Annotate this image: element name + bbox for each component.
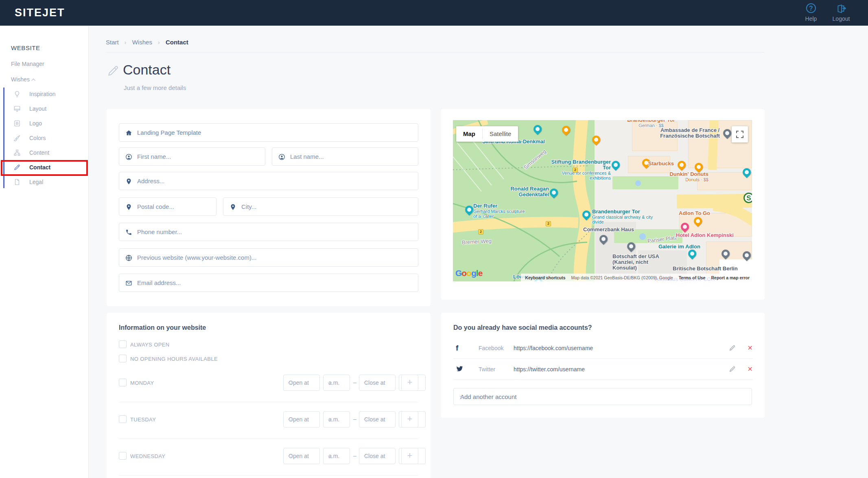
google-logo[interactable]: Google: [455, 268, 482, 278]
map-card: Brandenburger TorGerman · $$ Sinti und R…: [441, 109, 765, 300]
phone-input[interactable]: [137, 223, 415, 241]
city-field[interactable]: [223, 197, 418, 216]
sidebar-item-wishes[interactable]: Wishes: [11, 76, 35, 83]
google-map[interactable]: Brandenburger TorGerman · $$ Sinti und R…: [453, 120, 752, 281]
first-name-input[interactable]: [137, 148, 262, 165]
open-at-select[interactable]: Open at: [283, 411, 320, 428]
logout-label: Logout: [833, 15, 850, 22]
edit-pencil-icon[interactable]: [729, 366, 736, 373]
email-field[interactable]: [119, 274, 418, 292]
sidebar-item-inspiration[interactable]: Inspiration: [0, 87, 89, 101]
always-open-checkbox[interactable]: [119, 340, 127, 348]
add-hours-button[interactable]: +: [401, 411, 418, 428]
map-fountain: [635, 180, 641, 186]
template-field[interactable]: [119, 123, 418, 142]
page-title: Contact: [123, 62, 171, 78]
day-checkbox[interactable]: [119, 415, 127, 423]
top-bar: SITEJET ? Help Logout: [0, 0, 868, 26]
chevron-right-icon: ›: [125, 39, 127, 46]
add-hours-button[interactable]: +: [401, 448, 418, 464]
divider: [119, 439, 418, 439]
add-hours-button[interactable]: +: [401, 375, 418, 391]
map-type-satellite-button[interactable]: Satellite: [483, 126, 518, 142]
no-hours-checkbox[interactable]: [119, 355, 127, 362]
help-button[interactable]: ? Help: [797, 3, 825, 22]
address-field[interactable]: [119, 172, 418, 190]
help-icon: ?: [797, 3, 825, 15]
sbahn-icon[interactable]: S: [743, 193, 752, 203]
terms-of-use-link[interactable]: Terms of Use: [679, 275, 706, 280]
edit-pencil-icon[interactable]: [729, 344, 736, 351]
chevron-up-icon: [31, 79, 35, 83]
phone-icon: [125, 229, 132, 236]
map-type-map-button[interactable]: Map: [456, 126, 482, 142]
sidebar-item-content[interactable]: Content: [0, 145, 89, 160]
last-name-field[interactable]: [272, 147, 418, 166]
day-checkbox[interactable]: [119, 379, 127, 386]
page-subtitle: Just a few more details: [124, 84, 186, 91]
lightbulb-icon: [13, 90, 21, 98]
open-ampm-select[interactable]: a.m.: [323, 411, 350, 428]
social-name: Twitter: [479, 366, 495, 373]
sidebar-item-colors[interactable]: Colors: [0, 131, 89, 145]
route-badge: 2: [573, 167, 578, 173]
postal-code-input[interactable]: [137, 198, 214, 215]
sidebar-item-contact[interactable]: Contact: [0, 160, 89, 175]
breadcrumb-wishes[interactable]: Wishes: [132, 39, 152, 46]
sidebar: WEBSITE File Manager Wishes Inspiration …: [0, 26, 89, 478]
map-label: Britische Botschaft Berlin: [673, 266, 738, 272]
address-input[interactable]: [137, 172, 415, 190]
sidebar-item-layout[interactable]: Layout: [0, 101, 89, 116]
add-account-select[interactable]: Add another account: [453, 388, 752, 405]
email-input[interactable]: [137, 274, 415, 292]
map-label: Botschaft der USA (Kanzlei, nicht Konsul…: [612, 254, 673, 271]
twitter-icon: [456, 365, 464, 373]
keyboard-shortcuts-link[interactable]: Keyboard shortcuts: [525, 275, 565, 280]
close-at-select[interactable]: Close at: [359, 375, 396, 391]
map-pin-icon: [230, 204, 236, 210]
map-label: Ronald Reagan Gedenktafel: [501, 186, 549, 197]
breadcrumb-start[interactable]: Start: [106, 39, 119, 46]
breadcrumb: Start › Wishes › Contact: [106, 39, 188, 46]
sidebar-item-legal[interactable]: Legal: [0, 175, 89, 189]
facebook-icon: f: [456, 344, 464, 352]
city-input[interactable]: [241, 198, 415, 215]
social-heading: Do you already have social media account…: [453, 324, 592, 331]
breadcrumb-current: Contact: [166, 39, 188, 46]
map-type-control: Map Satellite: [456, 126, 518, 142]
fullscreen-button[interactable]: [732, 126, 748, 143]
chevron-right-icon: ›: [158, 39, 160, 46]
day-checkbox[interactable]: [119, 452, 127, 460]
sitejet-logo: SITEJET: [15, 7, 65, 19]
globe-icon: [125, 254, 132, 261]
open-ampm-select[interactable]: a.m.: [323, 448, 350, 464]
sidebar-item-logo[interactable]: Logo: [0, 116, 89, 131]
sidebar-item-file-manager[interactable]: File Manager: [11, 61, 44, 67]
template-input[interactable]: [137, 124, 415, 141]
close-at-select[interactable]: Close at: [359, 448, 396, 464]
pencil-icon: [13, 164, 21, 171]
postal-code-field[interactable]: [119, 197, 216, 216]
first-name-field[interactable]: [119, 147, 265, 166]
delete-x-icon[interactable]: ✕: [748, 365, 753, 373]
map-label: Commerzbank Haus: [583, 227, 634, 232]
website-input[interactable]: [137, 249, 415, 266]
open-ampm-select[interactable]: a.m.: [323, 375, 350, 391]
logout-button[interactable]: Logout: [827, 3, 855, 22]
report-map-error-link[interactable]: Report a map error: [711, 275, 750, 280]
open-at-select[interactable]: Open at: [283, 375, 320, 391]
paintbrush-icon: [13, 134, 21, 142]
map-label: Ambassade de France / Französische Botsc…: [658, 127, 722, 139]
last-name-input[interactable]: [290, 148, 415, 165]
close-at-select[interactable]: Close at: [359, 411, 396, 428]
delete-x-icon[interactable]: ✕: [748, 344, 753, 352]
open-at-select[interactable]: Open at: [283, 448, 320, 464]
phone-field[interactable]: [119, 223, 418, 241]
help-label: Help: [805, 15, 817, 22]
home-icon: [125, 129, 132, 136]
map-pin-icon: [125, 178, 132, 185]
social-url: https://twitter.com/username: [514, 366, 585, 373]
website-field[interactable]: [119, 248, 418, 267]
range-dash: –: [353, 379, 356, 386]
logo-badge-icon: [13, 120, 21, 127]
